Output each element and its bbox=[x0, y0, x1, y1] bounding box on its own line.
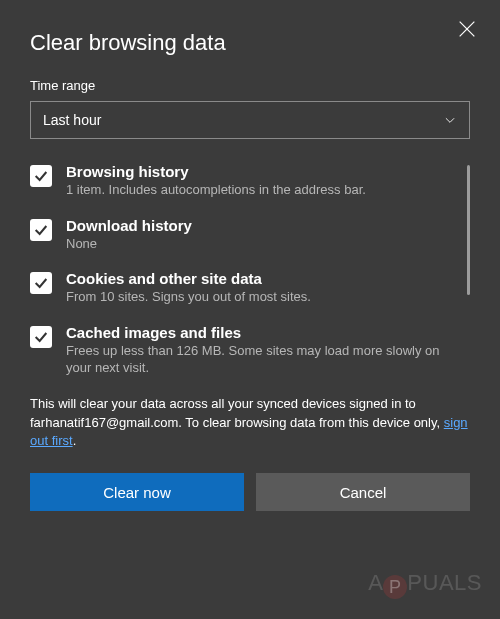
checkmark-icon bbox=[33, 168, 49, 184]
chevron-down-icon bbox=[443, 113, 457, 127]
option-title: Download history bbox=[66, 217, 452, 234]
checkmark-icon bbox=[33, 329, 49, 345]
option-title: Cached images and files bbox=[66, 324, 452, 341]
watermark-post: PUALS bbox=[407, 570, 482, 595]
clear-now-button[interactable]: Clear now bbox=[30, 473, 244, 511]
time-range-label: Time range bbox=[30, 78, 470, 93]
checkbox-cached[interactable] bbox=[30, 326, 52, 348]
checkbox-browsing-history[interactable] bbox=[30, 165, 52, 187]
cancel-button[interactable]: Cancel bbox=[256, 473, 470, 511]
options-list: Browsing history 1 item. Includes autoco… bbox=[30, 163, 470, 377]
option-title: Browsing history bbox=[66, 163, 452, 180]
option-cookies: Cookies and other site data From 10 site… bbox=[30, 270, 452, 306]
scrollbar-thumb[interactable] bbox=[467, 165, 470, 295]
time-range-value: Last hour bbox=[43, 112, 101, 128]
watermark: APPUALS bbox=[368, 570, 482, 599]
option-title: Cookies and other site data bbox=[66, 270, 452, 287]
watermark-dot: P bbox=[383, 575, 407, 599]
option-desc: 1 item. Includes autocompletions in the … bbox=[66, 181, 452, 199]
clear-browsing-data-dialog: Clear browsing data Time range Last hour… bbox=[0, 0, 500, 619]
close-icon bbox=[456, 18, 478, 40]
option-browsing-history: Browsing history 1 item. Includes autoco… bbox=[30, 163, 452, 199]
sync-notice: This will clear your data across all you… bbox=[30, 395, 470, 452]
option-download-history: Download history None bbox=[30, 217, 452, 253]
notice-text-2: . bbox=[73, 433, 77, 448]
option-desc: None bbox=[66, 235, 452, 253]
checkbox-download-history[interactable] bbox=[30, 219, 52, 241]
checkmark-icon bbox=[33, 222, 49, 238]
notice-text-1: This will clear your data across all you… bbox=[30, 396, 444, 430]
dialog-buttons: Clear now Cancel bbox=[30, 473, 470, 511]
checkmark-icon bbox=[33, 275, 49, 291]
option-desc: From 10 sites. Signs you out of most sit… bbox=[66, 288, 452, 306]
option-cached: Cached images and files Frees up less th… bbox=[30, 324, 452, 377]
checkbox-cookies[interactable] bbox=[30, 272, 52, 294]
watermark-pre: A bbox=[368, 570, 383, 595]
dialog-title: Clear browsing data bbox=[30, 30, 470, 56]
time-range-select[interactable]: Last hour bbox=[30, 101, 470, 139]
option-desc: Frees up less than 126 MB. Some sites ma… bbox=[66, 342, 452, 377]
close-button[interactable] bbox=[456, 18, 478, 40]
